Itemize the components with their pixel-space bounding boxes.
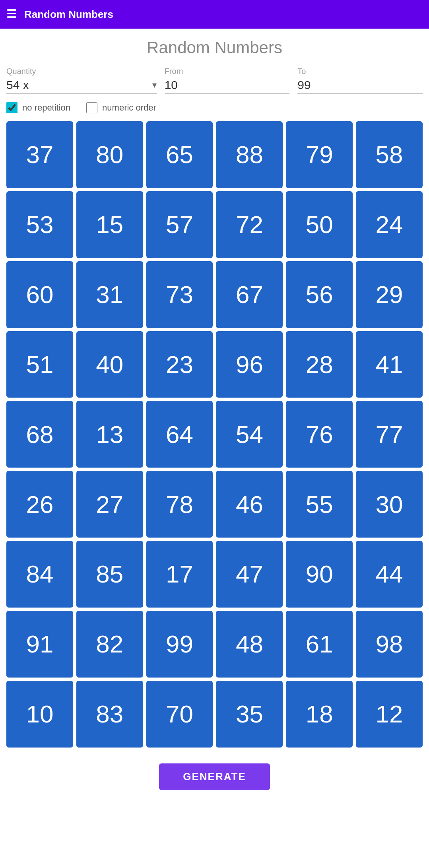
page-title: Random Numbers [6, 38, 423, 57]
number-cell: 77 [356, 401, 423, 468]
to-group: To [297, 67, 423, 94]
number-cell: 98 [356, 611, 423, 678]
number-cell: 91 [6, 611, 73, 678]
from-input[interactable] [165, 78, 290, 94]
number-cell: 41 [356, 331, 423, 398]
number-cell: 26 [6, 471, 73, 538]
number-grid: 3780658879585315577250246031736756295140… [6, 121, 423, 748]
number-cell: 72 [216, 191, 283, 258]
number-cell: 23 [146, 331, 213, 398]
number-cell: 46 [216, 471, 283, 538]
number-cell: 44 [356, 541, 423, 608]
quantity-group: Quantity 54 x ▾ [6, 67, 157, 94]
numeric-order-label: numeric order [102, 103, 156, 113]
number-cell: 70 [146, 681, 213, 748]
number-cell: 61 [286, 611, 353, 678]
number-cell: 27 [76, 471, 143, 538]
number-cell: 78 [146, 471, 213, 538]
number-cell: 67 [216, 261, 283, 328]
number-cell: 90 [286, 541, 353, 608]
number-cell: 31 [76, 261, 143, 328]
number-cell: 51 [6, 331, 73, 398]
number-cell: 28 [286, 331, 353, 398]
controls-row: Quantity 54 x ▾ From To [6, 67, 423, 94]
generate-button-wrapper: GENERATE [6, 757, 423, 803]
number-cell: 35 [216, 681, 283, 748]
number-cell: 76 [286, 401, 353, 468]
numeric-order-option: numeric order [86, 102, 156, 113]
number-cell: 37 [6, 121, 73, 188]
number-cell: 82 [76, 611, 143, 678]
chevron-down-icon: ▾ [152, 80, 157, 90]
number-cell: 99 [146, 611, 213, 678]
number-cell: 10 [6, 681, 73, 748]
number-cell: 96 [216, 331, 283, 398]
from-group: From [165, 67, 290, 94]
from-label: From [165, 67, 290, 76]
generate-button[interactable]: GENERATE [159, 763, 270, 790]
number-cell: 73 [146, 261, 213, 328]
number-cell: 88 [216, 121, 283, 188]
app-bar: ☰ Random Numbers [0, 0, 429, 29]
number-cell: 17 [146, 541, 213, 608]
number-cell: 12 [356, 681, 423, 748]
number-cell: 29 [356, 261, 423, 328]
quantity-value: 54 x [6, 78, 152, 92]
main-content: Random Numbers Quantity 54 x ▾ From To n… [0, 29, 429, 803]
to-label: To [297, 67, 423, 76]
number-cell: 79 [286, 121, 353, 188]
number-cell: 84 [6, 541, 73, 608]
number-cell: 64 [146, 401, 213, 468]
numeric-order-checkbox[interactable] [86, 102, 97, 113]
number-cell: 40 [76, 331, 143, 398]
number-cell: 68 [6, 401, 73, 468]
number-cell: 54 [216, 401, 283, 468]
menu-icon[interactable]: ☰ [6, 9, 16, 20]
no-repetition-label: no repetition [22, 103, 70, 113]
number-cell: 57 [146, 191, 213, 258]
to-input[interactable] [297, 78, 423, 94]
number-cell: 58 [356, 121, 423, 188]
no-repetition-option: no repetition [6, 102, 70, 113]
number-cell: 48 [216, 611, 283, 678]
number-cell: 53 [6, 191, 73, 258]
number-cell: 15 [76, 191, 143, 258]
number-cell: 85 [76, 541, 143, 608]
number-cell: 47 [216, 541, 283, 608]
quantity-selector[interactable]: 54 x ▾ [6, 78, 157, 94]
app-bar-title: Random Numbers [24, 8, 113, 21]
number-cell: 83 [76, 681, 143, 748]
number-cell: 80 [76, 121, 143, 188]
quantity-label: Quantity [6, 67, 157, 76]
number-cell: 13 [76, 401, 143, 468]
options-row: no repetition numeric order [6, 102, 423, 113]
number-cell: 55 [286, 471, 353, 538]
number-cell: 30 [356, 471, 423, 538]
no-repetition-checkbox[interactable] [6, 102, 17, 113]
number-cell: 56 [286, 261, 353, 328]
number-cell: 50 [286, 191, 353, 258]
number-cell: 60 [6, 261, 73, 328]
number-cell: 24 [356, 191, 423, 258]
number-cell: 18 [286, 681, 353, 748]
number-cell: 65 [146, 121, 213, 188]
